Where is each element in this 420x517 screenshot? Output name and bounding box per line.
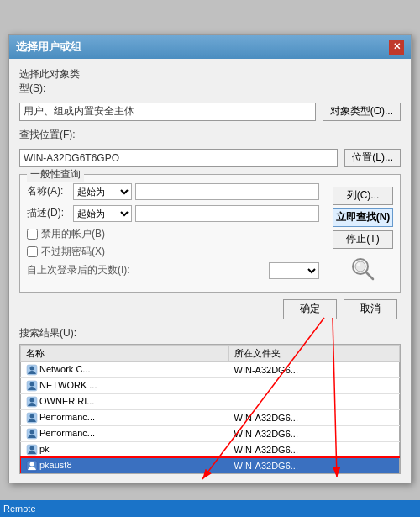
disabled-checkbox-label: 禁用的帐户(B) bbox=[41, 227, 105, 241]
table-row[interactable]: NETWORK ... bbox=[21, 377, 400, 393]
table-cell-name: pk bbox=[21, 441, 229, 457]
general-query-group: 一般性查询 名称(A): 起始为 bbox=[19, 174, 401, 293]
table-cell-name: Performanc... bbox=[21, 409, 229, 425]
desc-select[interactable]: 起始为 bbox=[73, 205, 132, 222]
days-row: 自上次登录后的天数(I): bbox=[27, 262, 319, 279]
table-cell-folder bbox=[229, 393, 400, 409]
svg-point-1 bbox=[355, 261, 365, 272]
days-select[interactable] bbox=[269, 262, 319, 279]
svg-point-9 bbox=[30, 398, 34, 402]
table-cell-folder: WIN-A32DG6... bbox=[229, 425, 400, 441]
svg-point-13 bbox=[30, 430, 34, 434]
table-cell-folder: WIN-A32DG6... bbox=[229, 458, 400, 474]
table-cell-name: Network C... bbox=[21, 361, 229, 377]
cancel-button[interactable]: 取消 bbox=[344, 299, 397, 319]
taskbar: Remote bbox=[0, 500, 420, 517]
name-label: 名称(A): bbox=[27, 184, 73, 198]
svg-point-5 bbox=[30, 366, 34, 370]
dialog-title: 选择用户或组 bbox=[16, 40, 81, 55]
right-buttons: 列(C)... 立即查找(N) 停止(T) bbox=[333, 187, 393, 285]
svg-point-11 bbox=[30, 414, 34, 418]
table-cell-name: NETWORK ... bbox=[21, 377, 229, 393]
object-type-input[interactable] bbox=[19, 103, 316, 121]
results-label: 搜索结果(U): bbox=[19, 326, 401, 340]
table-cell-folder: WIN-A32DG6... bbox=[229, 409, 400, 425]
svg-point-15 bbox=[30, 446, 34, 451]
col-button[interactable]: 列(C)... bbox=[333, 187, 393, 205]
noexpiry-checkbox[interactable] bbox=[27, 246, 38, 257]
table-cell-name: pkaust8 bbox=[21, 458, 229, 474]
svg-point-7 bbox=[30, 382, 34, 386]
dialog-body: 选择此对象类型(S): 对象类型(O)... 查找位置(F): 位置(L)...… bbox=[9, 59, 411, 483]
table-row[interactable]: OWNER RI... bbox=[21, 393, 400, 409]
group-title: 一般性查询 bbox=[27, 167, 84, 182]
desc-input[interactable] bbox=[135, 205, 319, 222]
select-user-dialog: 选择用户或组 ✕ 选择此对象类型(S): 对象类型(O)... 查找位置(F):… bbox=[8, 34, 412, 483]
search-icon bbox=[333, 256, 393, 285]
svg-point-17 bbox=[30, 462, 34, 467]
title-bar: 选择用户或组 ✕ bbox=[9, 35, 411, 59]
name-row: 名称(A): 起始为 bbox=[27, 183, 319, 200]
location-button[interactable]: 位置(L)... bbox=[344, 149, 401, 167]
stop-button[interactable]: 停止(T) bbox=[333, 230, 393, 249]
noexpiry-checkbox-row: 不过期密码(X) bbox=[27, 245, 319, 259]
table-row[interactable]: Network C...WIN-A32DG6... bbox=[21, 361, 400, 377]
days-label: 自上次登录后的天数(I): bbox=[27, 263, 265, 277]
svg-point-2 bbox=[357, 263, 360, 266]
ok-cancel-buttons: 确定 取消 bbox=[19, 299, 401, 319]
table-cell-name: Performanc... bbox=[21, 425, 229, 441]
group-inner: 名称(A): 起始为 描述(D): 起始为 bbox=[27, 183, 393, 285]
name-input[interactable] bbox=[135, 183, 319, 200]
table-cell-folder bbox=[229, 377, 400, 393]
location-label-row: 查找位置(F): bbox=[19, 128, 401, 142]
table-row[interactable]: pkaust8WIN-A32DG6... bbox=[21, 458, 400, 474]
location-input-row: 位置(L)... bbox=[19, 149, 401, 167]
col-folder-header: 所在文件夹 bbox=[229, 345, 400, 361]
table-cell-folder: WIN-A32DG6... bbox=[229, 361, 400, 377]
table-row[interactable]: Performanc...WIN-A32DG6... bbox=[21, 409, 400, 425]
svg-line-3 bbox=[366, 272, 373, 279]
name-select[interactable]: 起始为 bbox=[73, 183, 132, 200]
disabled-checkbox[interactable] bbox=[27, 229, 38, 240]
results-table-container[interactable]: 名称 所在文件夹 Network C...WIN-A32DG6... NETWO… bbox=[19, 344, 401, 474]
table-row[interactable]: pkWIN-A32DG6... bbox=[21, 441, 400, 457]
taskbar-text: Remote bbox=[3, 504, 36, 514]
search-button[interactable]: 立即查找(N) bbox=[333, 208, 393, 227]
object-type-input-row: 对象类型(O)... bbox=[19, 103, 401, 121]
object-type-label: 选择此对象类型(S): bbox=[19, 67, 87, 96]
desc-label: 描述(D): bbox=[27, 206, 73, 220]
results-section: 搜索结果(U): 名称 所在文件夹 Network C...WIN-A32DG6… bbox=[19, 326, 401, 474]
disabled-checkbox-row: 禁用的帐户(B) bbox=[27, 227, 319, 241]
ok-button[interactable]: 确定 bbox=[283, 299, 337, 319]
location-label: 查找位置(F): bbox=[19, 128, 87, 142]
table-row[interactable]: Performanc...WIN-A32DG6... bbox=[21, 425, 400, 441]
noexpiry-checkbox-label: 不过期密码(X) bbox=[41, 245, 105, 259]
object-type-row: 选择此对象类型(S): bbox=[19, 67, 401, 96]
close-button[interactable]: ✕ bbox=[389, 40, 404, 55]
results-table: 名称 所在文件夹 Network C...WIN-A32DG6... NETWO… bbox=[20, 345, 400, 474]
location-input[interactable] bbox=[19, 149, 338, 167]
object-type-button[interactable]: 对象类型(O)... bbox=[323, 103, 401, 121]
table-cell-folder: WIN-A32DG6... bbox=[229, 441, 400, 457]
table-cell-name: OWNER RI... bbox=[21, 393, 229, 409]
col-name-header: 名称 bbox=[21, 345, 229, 361]
desc-row: 描述(D): 起始为 bbox=[27, 205, 319, 222]
